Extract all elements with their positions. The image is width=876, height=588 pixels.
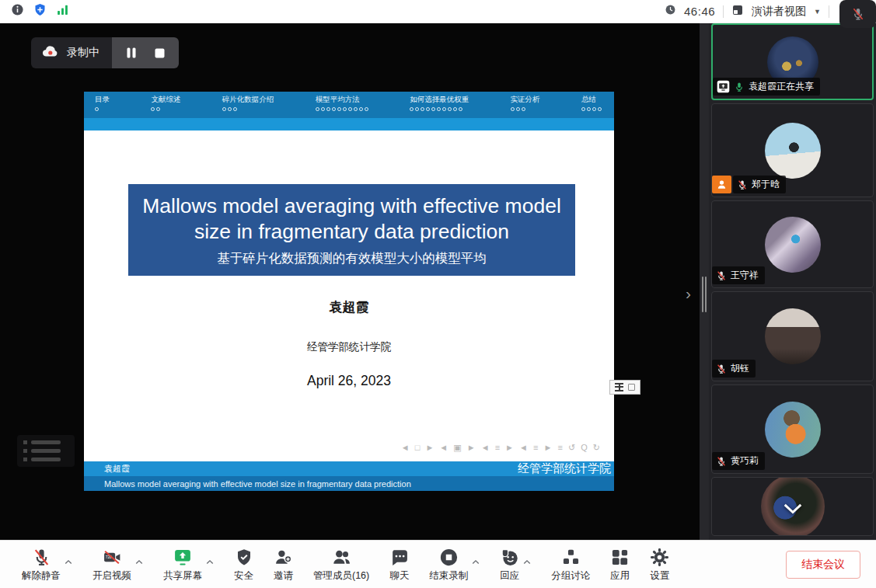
info-icon[interactable]	[11, 3, 24, 19]
slide-nav-dots	[581, 107, 602, 111]
toolbar-chevron[interactable]	[523, 554, 531, 568]
toolbar-button-label: 回应	[500, 569, 519, 583]
chevron-up-icon[interactable]	[472, 559, 480, 565]
top-bar: 46:46 演讲者视图 ▼	[0, 0, 876, 23]
annotation-list-tool[interactable]	[17, 435, 75, 467]
mic-muted-icon	[716, 456, 727, 467]
toolbar-shield-check-button[interactable]: 安全	[234, 547, 253, 583]
slide-nav-section-label: 文献综述	[151, 95, 180, 105]
stop-recording-button[interactable]	[148, 41, 171, 64]
slide-nav-dots	[95, 107, 110, 111]
toolbar-chevron[interactable]	[135, 554, 143, 568]
divider-drag-handle[interactable]	[702, 277, 707, 312]
list-row	[23, 449, 68, 453]
participant-label-row: 胡钰	[712, 360, 756, 378]
participant-label: 王守祥	[712, 266, 765, 284]
participant-list: 袁超霞正在共享郑于晗王守祥胡钰黄巧莉	[709, 23, 876, 540]
slide-nav-section[interactable]: 文献综述	[151, 95, 180, 118]
avatar	[765, 308, 821, 364]
participant-label: 胡钰	[712, 360, 756, 378]
participant-name: 袁超霞正在共享	[749, 80, 814, 93]
slide-nav-section[interactable]: 如何选择最优权重	[410, 95, 469, 118]
shared-screen-stage: 录制中 目录 文献综述 碎片化数据介绍 模型平均方法 如何选择最优权重 实证分析	[0, 23, 700, 540]
collapse-sidebar-chevron[interactable]: ›	[686, 284, 691, 303]
participant-tile[interactable]: 胡钰	[711, 291, 874, 381]
participant-tile[interactable]	[711, 477, 874, 536]
slide-footer-institution: 经管学部统计学院	[518, 461, 614, 476]
participant-label-row: 王守祥	[712, 266, 765, 284]
toolbar-button-label: 安全	[234, 569, 253, 583]
slide-nav-section[interactable]: 碎片化数据介绍	[222, 95, 274, 118]
pause-recording-button[interactable]	[120, 41, 143, 64]
slide-nav-section[interactable]: 总结	[581, 95, 602, 118]
participant-tile[interactable]: 袁超霞正在共享	[711, 23, 874, 100]
toolbar-members-button[interactable]: 管理成员(16)	[313, 547, 369, 583]
toolbar-chevron[interactable]	[65, 554, 72, 568]
toolbar-chat-button[interactable]: 聊天	[389, 547, 409, 583]
toolbar-button-label: 解除静音	[22, 569, 61, 583]
slide-institution: 经管学部统计学院	[84, 340, 614, 354]
divider	[829, 5, 829, 18]
slide-nav-section-label: 碎片化数据介绍	[222, 95, 274, 105]
cloud-record-icon	[41, 43, 60, 62]
beamer-nav-symbols[interactable]: ◄ □ ► ◄ ▣ ► ◄ ≡ ► ◄ ≡ ► ≡ ↺ Q ↻	[401, 443, 602, 453]
network-signal-icon[interactable]	[56, 3, 69, 19]
toolbar-button-label: 应用	[610, 569, 630, 583]
apps-icon	[610, 547, 630, 567]
slide-nav-section-label: 总结	[581, 95, 602, 105]
participant-name: 黄巧莉	[731, 454, 759, 468]
toolbar-button-label: 开启视频	[92, 569, 131, 583]
chevron-up-icon[interactable]	[523, 559, 531, 565]
chevron-up-icon[interactable]	[65, 559, 72, 565]
participant-name: 郑于晗	[752, 178, 780, 191]
slide-nav-section[interactable]: 目录	[95, 95, 110, 118]
mic-muted-icon	[716, 270, 727, 281]
participant-tile[interactable]: 王守祥	[711, 200, 874, 288]
mic-muted-icon	[737, 179, 748, 190]
settings-icon	[650, 547, 669, 567]
participant-label-row: 袁超霞正在共享	[713, 78, 820, 96]
mic-muted-icon	[32, 547, 51, 567]
toolbar-invite-button[interactable]: 邀请	[274, 547, 293, 583]
end-meeting-button[interactable]: 结束会议	[786, 551, 860, 579]
toolbar-react-button[interactable]: 回应	[500, 547, 531, 583]
list-row	[23, 458, 68, 461]
slide-nav-section[interactable]: 实证分析	[511, 95, 540, 118]
toolbar-chevron[interactable]	[206, 554, 214, 568]
self-mic-muted-indicator[interactable]	[839, 0, 876, 28]
participant-label-row: 郑于晗	[712, 176, 786, 193]
toolbar-mic-muted-button[interactable]: 解除静音	[22, 547, 72, 583]
bottom-toolbar: 解除静音720开启视频共享屏幕安全邀请管理成员(16)聊天结束录制回应分组讨论应…	[0, 540, 876, 588]
toolbar-breakout-button[interactable]: 分组讨论	[551, 547, 590, 583]
participant-tile[interactable]: 黄巧莉	[711, 384, 874, 474]
toolbar-items: 解除静音720开启视频共享屏幕安全邀请管理成员(16)聊天结束录制回应分组讨论应…	[22, 547, 669, 583]
participant-label: 郑于晗	[733, 176, 786, 193]
scroll-down-chevron[interactable]	[782, 503, 804, 518]
chevron-down-icon[interactable]: ▼	[814, 8, 821, 16]
slide-nav-section[interactable]: 模型平均方法	[316, 95, 368, 118]
participant-name: 王守祥	[731, 269, 759, 282]
toolbar-chevron[interactable]	[472, 554, 480, 568]
toolbar-settings-button[interactable]: 设置	[650, 547, 669, 583]
toolbar-apps-button[interactable]: 应用	[610, 547, 630, 583]
chat-icon	[389, 547, 409, 567]
chevron-up-icon[interactable]	[206, 559, 214, 565]
participant-tile[interactable]: 郑于晗	[711, 103, 874, 197]
stop-record-icon	[439, 547, 459, 567]
toolbar-share-screen-button[interactable]: 共享屏幕	[163, 547, 214, 583]
view-mode-switcher[interactable]: 演讲者视图	[752, 5, 806, 19]
ime-indicator[interactable]	[609, 380, 640, 395]
toolbar-stop-record-button[interactable]: 结束录制	[429, 547, 480, 583]
participant-label: 黄巧莉	[712, 452, 765, 470]
slide-title-box: Mallows model averaging with effective m…	[128, 184, 575, 276]
slide-author: 袁超霞	[84, 298, 614, 316]
meeting-window: 46:46 演讲者视图 ▼ 录制中	[0, 0, 876, 588]
participant-name: 胡钰	[731, 362, 749, 375]
slide-footer-top: 袁超霞 经管学部统计学院	[84, 461, 614, 476]
toolbar-video-off-button[interactable]: 720开启视频	[92, 547, 143, 583]
shield-plus-icon[interactable]	[33, 3, 47, 19]
chevron-up-icon[interactable]	[135, 559, 143, 565]
avatar	[765, 123, 821, 179]
slide-nav: 目录 文献综述 碎片化数据介绍 模型平均方法 如何选择最优权重 实证分析 总结	[84, 92, 614, 118]
mic-on-icon	[734, 82, 745, 92]
